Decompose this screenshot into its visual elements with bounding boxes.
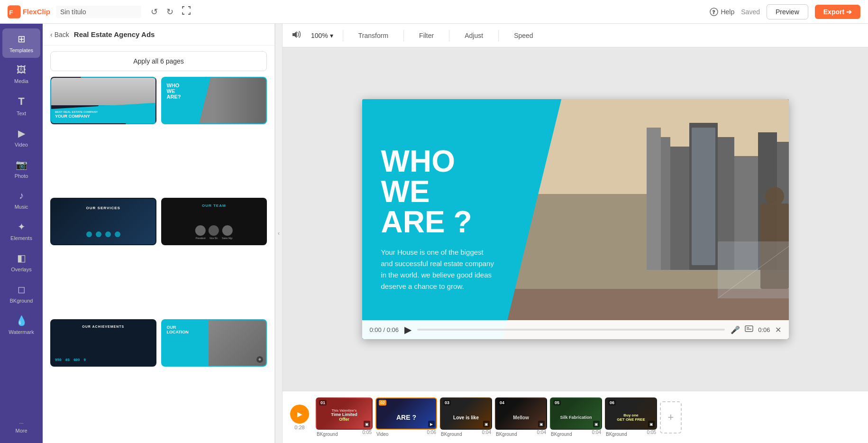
timeline-time-6: 0:05 [647, 430, 656, 437]
sidebar-item-media[interactable]: 🖼 Media [2, 60, 40, 89]
timeline-item-1[interactable]: 01 This Valentine's Time Limited Offer ▣… [316, 397, 373, 437]
svg-point-18 [765, 187, 784, 206]
video-subtext: Your House is one of the biggest and suc… [381, 247, 495, 292]
back-button[interactable]: ‹ Back [50, 31, 69, 38]
logo: F FlexClip [8, 4, 50, 19]
clip-2-type-icon: ▶ [428, 421, 435, 427]
template-thumb-6[interactable]: OURLOCATION ⊕ [161, 319, 267, 367]
back-label: Back [55, 31, 69, 38]
add-clip-icon: + [668, 411, 674, 424]
apply-all-button[interactable]: Apply all 6 pages [50, 51, 267, 71]
timeline-item-2[interactable]: 02 ARE ? ▶ Video 0:06 [375, 397, 437, 437]
thumb-2-text: WHOWEARE? [167, 83, 181, 100]
redo-button[interactable]: ↻ [164, 5, 175, 19]
help-button[interactable]: ? Help [710, 8, 734, 16]
sidebar-item-video[interactable]: ▶ Video [2, 123, 40, 152]
add-clip-button[interactable]: + [660, 401, 682, 434]
toolbar-divider-1 [343, 30, 343, 41]
collapse-chevron-icon: ‹ [278, 230, 280, 237]
svg-rect-8 [661, 137, 670, 270]
timeline-thumb-1: 01 This Valentine's Time Limited Offer ▣ [316, 397, 373, 430]
video-play-button[interactable]: ▶ [404, 324, 411, 335]
sidebar-item-music[interactable]: ♪ Music [2, 185, 40, 214]
sidebar-item-overlays[interactable]: ◧ Overlays [2, 248, 40, 277]
undo-button[interactable]: ↺ [149, 5, 160, 19]
sidebar-item-watermark[interactable]: 💧 Watermark [2, 310, 40, 340]
timeline-item-5[interactable]: 05 Silk Fabrication ▣ BKground 0:04 [550, 397, 602, 437]
template-thumb-1[interactable]: BEST REAL ESTATE COMPANY YOUR COMPANY [50, 77, 156, 124]
text-icon: T [18, 95, 24, 108]
overlays-icon: ◧ [17, 252, 26, 264]
timeline-num-1: 01 [319, 400, 327, 406]
timeline-item-4[interactable]: 04 Mellow ▣ BKground 0:04 [495, 397, 547, 437]
captions-button[interactable] [745, 325, 753, 334]
toolbar-divider-4 [498, 30, 499, 41]
sidebar-item-text-label: Text [17, 111, 26, 116]
timeline-item-6[interactable]: 06 Buy oneGET ONE FREE ▣ BKground 0:05 [605, 397, 657, 437]
timeline-num-6: 06 [608, 400, 616, 406]
timeline-thumb-5: 05 Silk Fabrication ▣ [550, 397, 602, 430]
apply-all-label: Apply all 6 pages [133, 57, 184, 65]
video-controls: 0:00 / 0:06 ▶ 🎤 [362, 320, 789, 339]
clip-4-type-icon: ▣ [538, 421, 545, 427]
thumb-1-text: BEST REAL ESTATE COMPANY YOUR COMPANY [55, 111, 98, 120]
clip-6-type-icon: ▣ [648, 421, 655, 427]
topbar: F FlexClip ↺ ↻ ? Help Saved Preview Expo… [0, 0, 868, 24]
volume-button[interactable] [292, 31, 302, 40]
clip-3-type-icon: ▣ [483, 421, 490, 427]
video-icon: ▶ [18, 128, 25, 139]
svg-rect-19 [718, 241, 789, 298]
sidebar-item-media-label: Media [14, 78, 28, 84]
sidebar-item-text[interactable]: T Text [2, 91, 40, 121]
sidebar-item-templates[interactable]: ⊞ Templates [2, 28, 40, 58]
sidebar-item-photo[interactable]: 📷 Photo [2, 154, 40, 184]
elements-icon: ✦ [18, 221, 26, 232]
toolbar-divider-3 [449, 30, 449, 41]
panel-header: ‹ Back Real Estate Agency Ads [43, 24, 274, 46]
fullscreen-button[interactable] [180, 4, 192, 19]
svg-rect-21 [745, 326, 753, 332]
clip-5-type-icon: ▣ [593, 421, 600, 427]
close-video-button[interactable]: ✕ [775, 325, 781, 334]
zoom-value: 100% [311, 32, 328, 39]
speed-button[interactable]: Speed [508, 29, 539, 42]
svg-rect-15 [692, 128, 715, 265]
svg-rect-9 [670, 147, 689, 270]
zoom-control[interactable]: 100% ▾ [311, 32, 333, 39]
templates-icon: ⊞ [18, 33, 26, 45]
logo-text: FlexClip [23, 8, 50, 16]
timeline-num-4: 04 [498, 400, 506, 406]
transform-button[interactable]: Transform [353, 29, 394, 42]
toolbar-divider-2 [403, 30, 404, 41]
progress-bar[interactable] [417, 329, 725, 331]
thumb-6-text: OURLOCATION [167, 325, 189, 335]
export-button[interactable]: Export ➔ [815, 5, 860, 19]
template-thumb-4[interactable]: OUR TEAM President Vice Dir. Sales Mgr [161, 198, 267, 245]
panel-collapse-handle[interactable]: ‹ [275, 24, 283, 443]
clip-1-type-icon: ▣ [364, 421, 370, 427]
preview-button[interactable]: Preview [767, 4, 808, 19]
microphone-button[interactable]: 🎤 [731, 325, 740, 334]
filter-button[interactable]: Filter [413, 29, 439, 42]
timeline-num-2: 02 [379, 400, 386, 406]
music-icon: ♪ [19, 190, 24, 201]
template-thumb-5[interactable]: OUR ACHIEVEMENTS 950 4S 600 9 [50, 319, 156, 367]
template-thumb-2[interactable]: WHOWEARE? [161, 77, 267, 124]
template-thumb-3[interactable]: OUR SERVICES [50, 198, 156, 245]
sidebar-item-more[interactable]: ··· More [2, 415, 40, 438]
sidebar-item-bkground[interactable]: ◻ BKground [2, 279, 40, 308]
saved-status: Saved [741, 8, 760, 16]
duration-display: 0:06 [758, 326, 770, 333]
sidebar-item-templates-label: Templates [9, 47, 33, 53]
timeline-item-3[interactable]: 03 Love is like ▣ BKground 0:04 [440, 397, 492, 437]
project-title-input[interactable] [56, 6, 141, 18]
svg-rect-7 [647, 128, 661, 270]
sidebar-item-elements[interactable]: ✦ Elements [2, 216, 40, 246]
sidebar-item-music-label: Music [15, 204, 28, 210]
bkground-icon: ◻ [18, 284, 26, 295]
timeline-play-button[interactable]: ▶ [290, 405, 309, 424]
thumb-3-text: OUR SERVICES [86, 206, 120, 210]
canvas-toolbar: 100% ▾ Transform Filter Adjust Speed [283, 24, 868, 47]
toolbar-icons: ↺ ↻ [149, 4, 192, 19]
adjust-button[interactable]: Adjust [459, 29, 489, 42]
